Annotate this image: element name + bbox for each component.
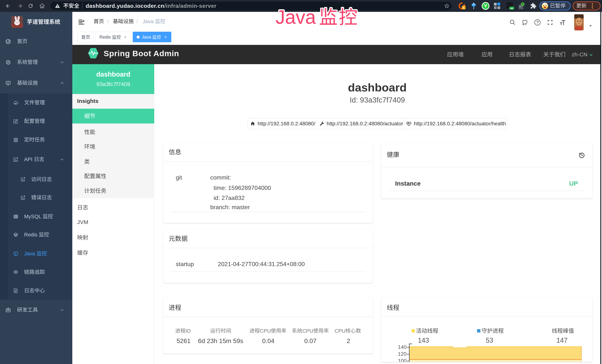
svg-text:on: on [510,7,513,10]
svg-text:Java: Java [276,7,316,27]
svg-text:1: 1 [463,6,465,9]
